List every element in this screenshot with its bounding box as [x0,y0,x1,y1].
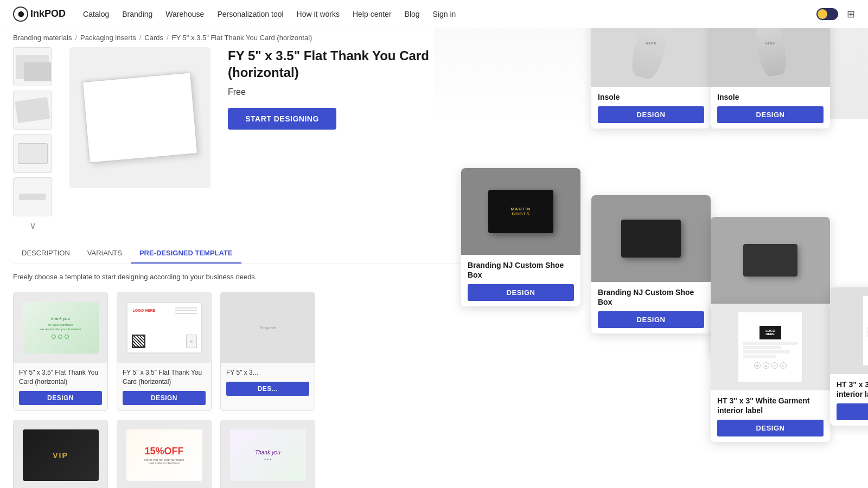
product-price: Free [228,87,475,97]
template-card-body-2: FY 5" x 3.5" Flat Thank You Card (horizo… [117,363,211,410]
dark-mode-toggle[interactable] [816,8,838,20]
nav-signin[interactable]: Sign in [433,10,456,18]
thumb-img-4 [19,194,46,200]
thumb-3[interactable] [13,134,52,173]
language-icon[interactable]: ⊞ [847,8,855,20]
toggle-knob [818,9,827,19]
shoebox-img-3 [711,217,830,304]
navbar: ⬤ InkPOD Catalog Branding Warehouse Pers… [0,0,868,28]
insole-body-2: Insole DESIGN [711,87,830,129]
template-card-body-1: FY 5" x 3.5" Flat Thank You Card (horizo… [14,363,107,410]
thumbnail-list: ∨ [13,47,52,230]
label-design-btn-1[interactable]: DESIGN [717,420,824,436]
mini-card-green: thank you for your purchasewe appreciate… [23,302,99,354]
label-img-2: LOGOHERE ✓ [830,287,868,374]
product-title: FY 5" x 3.5" Flat Thank You Card (horizo… [228,47,475,81]
design-button-3[interactable]: DES... [226,382,309,396]
nav-how-it-works[interactable]: How it works [297,10,340,18]
thumb-2[interactable] [13,91,52,130]
template-card-body-3: FY 5" x 3... DES... [221,363,315,401]
template-card-6: Thank you ♦ ♦ ♦ FY 5" x 3.5" Flat Thank … [220,420,315,488]
breadcrumb-cards[interactable]: Cards [144,34,163,42]
design-button-1[interactable]: DESIGN [19,391,102,405]
label-visual-1: LOGOHERE ⊙ △ ○ □ [738,312,803,382]
tab-predesigned[interactable]: PRE-DESIGNED TEMPLATE [131,243,241,264]
template-card-img-2: LOGO HERE ✉ [117,292,211,363]
template-card-5: 15%OFF thank you for your purchaseuse co… [117,420,212,488]
shoebox-title-1: Branding NJ Custom Shoe Box [468,260,574,280]
nav-personalization[interactable]: Personalization tool [217,10,283,18]
thumb-1[interactable] [13,47,52,86]
product-info: FY 5" x 3.5" Flat Thank You Card (horizo… [228,47,475,230]
label-img-1: LOGOHERE ⊙ △ ○ □ [711,304,830,390]
overlay-label-card-1: LOGOHERE ⊙ △ ○ □ HT 3" x 3" White Garmen… [711,304,830,442]
tab-description[interactable]: DESCRIPTION [13,243,79,264]
label-title-2: HT 3" x 3" White Garment interior label [837,380,868,399]
template-card-title-3: FY 5" x 3... [226,368,309,377]
template-card-img-5: 15%OFF thank you for your purchaseuse co… [117,420,211,488]
logo-icon: ⬤ [13,7,28,22]
product-section: ∨ FY 5" x 3.5" Flat Thank You Card (hori… [0,47,488,243]
shoebox-body-2: Branding NJ Custom Shoe Box DESIGN [591,282,711,333]
logo-text: InkPOD [30,8,66,20]
mini-card-postcard: LOGO HERE ✉ [126,302,202,354]
nav-help-center[interactable]: Help center [353,10,392,18]
tabs-section: DESCRIPTION VARIANTS PRE-DESIGNED TEMPLA… [0,243,488,264]
overlay-label-card-2: LOGOHERE ✓ HT 3" x 3" White Garm [830,287,868,426]
shoebox-title-2: Branding NJ Custom Shoe Box [598,287,704,307]
design-button-2[interactable]: DESIGN [123,391,206,405]
insole-title-1: Insole [598,92,704,102]
label-body-2: HT 3" x 3" White Garment interior label … [830,374,868,426]
product-main-image [69,47,210,230]
overlay-shoebox-card-2: Branding NJ Custom Shoe Box DESIGN [591,195,711,333]
template-card-3: Template FY 5" x 3... DES... [220,292,315,411]
insole-design-btn-2[interactable]: DESIGN [717,106,824,123]
product-image-box [69,47,210,188]
template-card-img-4: VIP [14,420,107,488]
mini-card-gold: VIP [23,429,99,481]
insole-body-1: Insole DESIGN [591,87,711,129]
thumb-4[interactable] [13,177,52,216]
thumb-img-3 [18,143,48,164]
label-design-btn-2[interactable]: DESIGN [837,403,868,420]
overlay-shoebox-card-1: MARTINBOOTS Branding NJ Custom Shoe Box … [461,168,580,306]
tab-variants[interactable]: VARIANTS [79,243,131,264]
label-title-1: HT 3" x 3" White Garment interior label [717,396,824,415]
shoebox-design-btn-1[interactable]: DESIGN [468,284,574,301]
nav-links: Catalog Branding Warehouse Personalizati… [83,10,816,18]
breadcrumb-packaging[interactable]: Packaging inserts [80,34,136,42]
breadcrumb-current: FY 5" x 3.5" Flat Thank You Card (horizo… [172,34,312,42]
template-card-img-3: Template [221,292,315,363]
nav-warehouse[interactable]: Warehouse [165,10,204,18]
card-mockup [82,73,197,163]
nav-blog[interactable]: Blog [405,10,420,18]
shoebox-img-1: MARTINBOOTS [461,168,580,255]
start-designing-button[interactable]: START DESIGNING [228,108,336,130]
mini-card-sale: 15%OFF thank you for your purchaseuse co… [126,429,202,481]
thumb-img-1 [16,55,49,79]
nav-actions: ⊞ [816,8,855,20]
insole-title-2: Insole [717,92,824,102]
product-tabs: DESCRIPTION VARIANTS PRE-DESIGNED TEMPLA… [13,243,475,264]
shoebox-body-1: Branding NJ Custom Shoe Box DESIGN [461,255,580,306]
nav-branding[interactable]: Branding [122,10,152,18]
template-card-2: LOGO HERE ✉ FY 5" x 3.5" Flat Thank You … [117,292,212,411]
label-body-1: HT 3" x 3" White Garment interior label … [711,390,830,442]
breadcrumb-branding[interactable]: Branding materials [13,34,72,42]
template-card-img-6: Thank you ♦ ♦ ♦ [221,420,315,488]
shoebox-img-2 [591,195,711,282]
template-card-title-2: FY 5" x 3.5" Flat Thank You Card (horizo… [123,368,206,387]
thumb-more-btn[interactable]: ∨ [13,221,52,230]
shoebox-design-btn-2[interactable]: DESIGN [598,311,704,328]
logo[interactable]: ⬤ InkPOD [13,7,66,22]
template-card-1: thank you for your purchasewe appreciate… [13,292,108,411]
template-card-4: VIP FY 5" x 3.5" Flat Thank You Card DES… [13,420,108,488]
mini-card-floral: Thank you ♦ ♦ ♦ [230,429,306,481]
insole-design-btn-1[interactable]: DESIGN [598,106,704,123]
nav-catalog[interactable]: Catalog [83,10,109,18]
template-card-title-1: FY 5" x 3.5" Flat Thank You Card (horizo… [19,368,102,387]
template-card-img-1: thank you for your purchasewe appreciate… [14,292,107,363]
tab-description-text: Freely choose a template to start design… [0,273,488,281]
thumb-img-2 [15,97,50,123]
